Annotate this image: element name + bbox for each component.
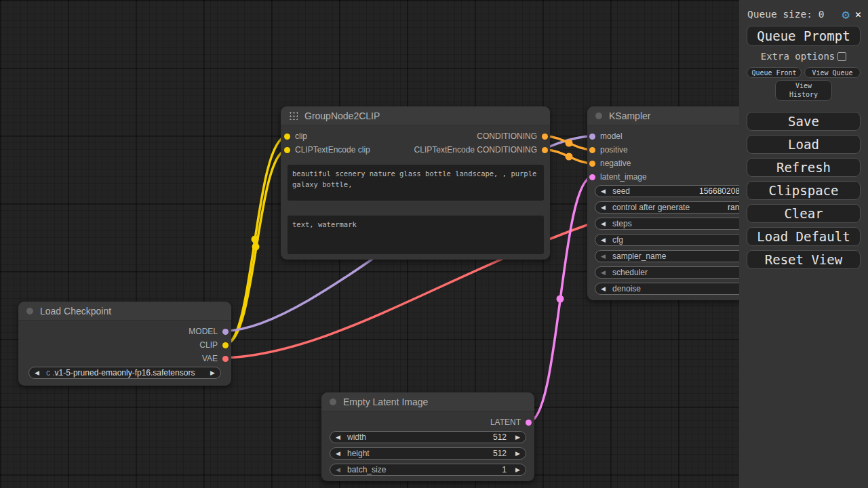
node-groupnode2clip[interactable]: GroupNode2CLIP clip CLIPTextEncode clip …	[281, 106, 550, 260]
decrement-arrow-icon[interactable]: ◀	[336, 450, 340, 457]
previous-arrow-icon[interactable]: ◀	[35, 369, 39, 376]
clipspace-button[interactable]: Clipspace	[747, 181, 861, 200]
port-label: negative	[600, 159, 631, 168]
port-dot[interactable]	[589, 147, 595, 153]
link-dot	[557, 296, 564, 303]
port-dot[interactable]	[222, 329, 229, 335]
extra-options-checkbox[interactable]	[837, 52, 846, 61]
increment-arrow-icon[interactable]: ▶	[515, 434, 520, 441]
output-port-conditioning[interactable]: CONDITIONING	[477, 129, 548, 143]
link-dot	[252, 243, 260, 251]
node-empty-latent-image[interactable]: Empty Latent Image LATENT ◀ width 512 ▶ …	[321, 392, 534, 481]
widget-value: 1566802087	[699, 186, 745, 196]
load-button[interactable]: Load	[747, 135, 861, 154]
increment-arrow-icon[interactable]: ▶	[515, 450, 520, 457]
decrement-arrow-icon[interactable]: ◀	[601, 204, 606, 211]
port-dot[interactable]	[589, 134, 595, 140]
output-port-latent[interactable]: LATENT	[490, 415, 532, 429]
queue-prompt-button[interactable]: Queue Prompt	[747, 26, 861, 46]
link-dot	[566, 153, 573, 161]
port-dot[interactable]	[589, 174, 595, 180]
link-dot	[252, 236, 259, 243]
widget-label: seed	[612, 186, 630, 196]
next-arrow-icon[interactable]: ▶	[210, 369, 215, 376]
clear-button[interactable]: Clear	[747, 204, 861, 223]
output-port-model[interactable]: MODEL	[189, 325, 229, 338]
collapse-dot-icon[interactable]	[595, 113, 602, 119]
decrement-arrow-icon[interactable]: ◀	[601, 285, 606, 292]
widget-batch-size[interactable]: ◀ batch_size 1 ▶	[330, 464, 526, 476]
port-label: CLIP	[199, 340, 218, 350]
port-label: clip	[295, 131, 307, 141]
input-port-positive[interactable]: positive	[589, 143, 628, 157]
reset-view-button[interactable]: Reset View	[747, 250, 861, 269]
widget-width[interactable]: ◀ width 512 ▶	[330, 431, 526, 443]
graph-canvas[interactable]: GroupNode2CLIP clip CLIPTextEncode clip …	[0, 0, 868, 488]
decrement-arrow-icon[interactable]: ◀	[601, 237, 606, 243]
close-icon[interactable]: ✕	[855, 8, 861, 20]
widget-label: scheduler	[612, 268, 648, 277]
node-title-bar[interactable]: Load Checkpoint	[18, 302, 231, 321]
port-label: LATENT	[490, 418, 521, 427]
collapse-dot-icon[interactable]	[330, 399, 336, 405]
group-grid-icon	[289, 111, 298, 120]
port-dot[interactable]	[542, 147, 548, 153]
widget-value: 512	[493, 432, 507, 442]
settings-gear-icon[interactable]: ⚙	[842, 8, 850, 21]
extra-options-label: Extra options	[761, 51, 835, 62]
widget-value: 1	[502, 465, 507, 474]
output-port-clip[interactable]: CLIP	[199, 338, 229, 352]
node-title: GroupNode2CLIP	[304, 110, 380, 121]
port-dot[interactable]	[222, 356, 229, 362]
port-dot[interactable]	[526, 420, 532, 426]
port-label: VAE	[202, 354, 218, 363]
port-dot[interactable]	[222, 342, 229, 348]
view-history-line1: View	[795, 82, 812, 91]
port-label: latent_image	[600, 172, 647, 182]
port-label: model	[600, 131, 623, 141]
input-port-latent-image[interactable]: latent_image	[589, 170, 647, 184]
port-dot[interactable]	[284, 147, 290, 153]
node-title: Empty Latent Image	[343, 396, 428, 407]
decrement-arrow-icon[interactable]: ◀	[601, 253, 606, 260]
widget-label: steps	[612, 219, 632, 228]
load-default-button[interactable]: Load Default	[747, 227, 861, 246]
queue-size-value: 0	[818, 9, 825, 20]
input-port-cliptextencode-clip[interactable]: CLIPTextEncode clip	[284, 143, 370, 157]
collapse-dot-icon[interactable]	[26, 308, 33, 314]
save-button[interactable]: Save	[747, 112, 861, 131]
node-load-checkpoint[interactable]: Load Checkpoint MODEL CLIP VAE ◀ c ... v…	[18, 302, 231, 386]
node-title-bar[interactable]: Empty Latent Image	[321, 392, 534, 411]
widget-value: 512	[493, 449, 507, 458]
port-label: CONDITIONING	[477, 131, 537, 141]
decrement-arrow-icon[interactable]: ◀	[601, 269, 606, 276]
decrement-arrow-icon[interactable]: ◀	[601, 188, 606, 195]
port-dot[interactable]	[284, 134, 290, 140]
decrement-arrow-icon[interactable]: ◀	[336, 434, 340, 441]
link-dot	[566, 140, 573, 147]
output-port-vae[interactable]: VAE	[202, 352, 229, 365]
positive-prompt-textarea[interactable]: beautiful scenery nature glass bottle la…	[288, 165, 544, 201]
port-dot[interactable]	[542, 134, 548, 140]
view-queue-button[interactable]: View Queue	[804, 67, 861, 78]
view-history-line2: History	[789, 91, 818, 100]
port-label: CLIPTextEncode clip	[295, 145, 370, 155]
widget-label: denoise	[612, 284, 641, 293]
negative-prompt-textarea[interactable]: text, watermark	[288, 216, 544, 254]
refresh-button[interactable]: Refresh	[747, 158, 861, 177]
port-label: CLIPTextEncode CONDITIONING	[414, 145, 537, 155]
input-port-model[interactable]: model	[589, 129, 623, 143]
decrement-arrow-icon[interactable]: ◀	[601, 220, 606, 227]
input-port-negative[interactable]: negative	[589, 157, 631, 170]
input-port-clip[interactable]: clip	[284, 129, 307, 143]
output-port-cliptextencode-conditioning[interactable]: CLIPTextEncode CONDITIONING	[414, 143, 548, 157]
queue-front-button[interactable]: Queue Front	[747, 67, 802, 78]
widget-ckpt-name[interactable]: ◀ c ... v1-5-pruned-emaonly-fp16.safeten…	[28, 367, 221, 379]
port-label: positive	[600, 145, 628, 155]
widget-height[interactable]: ◀ height 512 ▶	[330, 447, 526, 460]
decrement-arrow-icon[interactable]: ◀	[336, 466, 340, 473]
port-dot[interactable]	[589, 161, 595, 167]
view-history-button[interactable]: View History	[775, 80, 832, 101]
node-title-bar[interactable]: GroupNode2CLIP	[281, 106, 550, 125]
increment-arrow-icon[interactable]: ▶	[515, 466, 520, 473]
